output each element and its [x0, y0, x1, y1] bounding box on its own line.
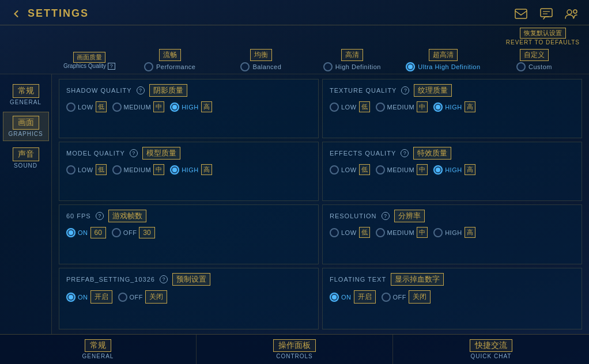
friends-icon[interactable]	[564, 6, 580, 22]
prefab-off-value: 关闭	[145, 290, 167, 304]
bottom-quickchat-cn: 快捷交流	[470, 339, 512, 352]
header-icons	[513, 6, 580, 22]
revert-chinese-label: 恢复默认设置	[520, 28, 566, 39]
preset-performance[interactable]: 流畅 Performance	[124, 49, 216, 71]
effects-medium-cn: 中	[417, 164, 428, 175]
res-high-cn: 高	[465, 227, 475, 238]
effects-low-cn: 低	[359, 164, 370, 175]
shadow-low[interactable]: LOW 低	[66, 101, 107, 112]
floating-off[interactable]: OFF 关闭	[382, 290, 431, 304]
texture-low-radio[interactable]	[330, 103, 339, 112]
svg-rect-0	[515, 9, 527, 18]
preset-high-cn: 高清	[341, 49, 363, 61]
res-low[interactable]: LOW 低	[330, 227, 370, 238]
effects-quality-info[interactable]: ?	[401, 149, 409, 157]
header-left: SETTINGS	[9, 7, 89, 21]
effects-high-radio[interactable]	[433, 165, 443, 175]
model-high[interactable]: HIGH 高	[170, 164, 212, 175]
preset-balanced-radio[interactable]	[240, 62, 250, 71]
prefab-off-label: OFF	[130, 294, 144, 301]
model-low-en: LOW	[78, 166, 93, 173]
prefab-on[interactable]: ON 开启	[66, 290, 112, 304]
fps-on[interactable]: ON 60	[66, 227, 106, 238]
preset-custom[interactable]: 自定义 Custom	[489, 49, 580, 71]
model-low[interactable]: LOW 低	[66, 164, 107, 175]
res-medium-radio[interactable]	[376, 228, 385, 237]
texture-high-radio[interactable]	[433, 103, 443, 112]
shadow-medium-radio[interactable]	[112, 103, 122, 112]
floating-text-header: FLOATING TEXT 显示掉血数字	[330, 273, 575, 286]
bottom-controls-cn: 操作面板	[273, 339, 316, 352]
effects-high[interactable]: HIGH 高	[433, 164, 475, 175]
sidebar-item-general[interactable]: 常规 GENERAL	[3, 80, 49, 109]
prefab-off-radio[interactable]	[118, 293, 127, 302]
sidebar-graphics-cn: 画面	[13, 116, 39, 130]
fps-off[interactable]: OFF 30	[112, 227, 155, 238]
preset-balanced[interactable]: 均衡 Balanced	[216, 49, 307, 71]
model-quality-info[interactable]: ?	[130, 149, 138, 157]
effects-low-radio[interactable]	[330, 165, 339, 175]
prefab-on-radio[interactable]	[66, 293, 75, 302]
floating-on-radio[interactable]	[330, 293, 339, 302]
shadow-high-cn: 高	[201, 101, 212, 112]
prefab-off[interactable]: OFF 关闭	[118, 290, 168, 304]
sidebar-item-graphics[interactable]: 画面 GRAPHICS	[3, 112, 49, 141]
res-high[interactable]: HIGH 高	[433, 227, 475, 238]
texture-low-en: LOW	[341, 104, 357, 111]
sidebar-item-sound[interactable]: 声音 SOUND	[3, 143, 49, 173]
preset-ultra-radio[interactable]	[406, 62, 415, 71]
back-button[interactable]	[9, 7, 23, 21]
shadow-low-radio[interactable]	[66, 103, 75, 112]
fps-on-radio[interactable]	[66, 228, 75, 237]
texture-quality-info[interactable]: ?	[401, 86, 409, 94]
shadow-quality-info[interactable]: ?	[137, 86, 145, 94]
shadow-quality-options: LOW 低 MEDIUM 中 HIGH 高	[66, 101, 311, 112]
preset-high[interactable]: 高清 High Definition	[307, 49, 398, 71]
texture-medium-radio[interactable]	[376, 103, 385, 112]
preset-high-radio[interactable]	[323, 62, 333, 71]
settings-content: SHADOW QUALITY ? 阴影质量 LOW 低 MEDIUM	[52, 74, 589, 334]
sidebar-general-cn: 常规	[13, 84, 39, 98]
texture-high[interactable]: HIGH 高	[433, 101, 475, 112]
fps-info[interactable]: ?	[96, 212, 104, 220]
model-medium-radio[interactable]	[112, 165, 122, 175]
model-medium[interactable]: MEDIUM 中	[112, 164, 165, 175]
texture-quality-section: TEXTURE QUALITY ? 纹理质量 LOW 低 MEDIUM	[322, 79, 582, 138]
svg-point-4	[567, 10, 572, 14]
res-high-radio[interactable]	[433, 228, 443, 237]
preset-custom-radio[interactable]	[516, 62, 526, 71]
sidebar-sound-en: SOUND	[14, 162, 37, 169]
revert-button[interactable]: 恢复默认设置 REVERT TO DEFAULTS	[506, 28, 580, 46]
model-medium-cn: 中	[153, 164, 164, 175]
res-low-radio[interactable]	[330, 228, 339, 237]
res-medium-en: MEDIUM	[387, 229, 415, 236]
shadow-high[interactable]: HIGH 高	[170, 101, 212, 112]
model-quality-title-cn: 模型质量	[142, 147, 180, 160]
floating-on[interactable]: ON 开启	[330, 290, 376, 304]
mail-icon[interactable]	[513, 6, 529, 22]
effects-low[interactable]: LOW 低	[330, 164, 370, 175]
preset-performance-radio[interactable]	[144, 62, 153, 71]
model-high-radio[interactable]	[170, 165, 179, 175]
effects-medium[interactable]: MEDIUM 中	[376, 164, 428, 175]
resolution-title-cn: 分辨率	[394, 210, 425, 222]
bottom-tab-quickchat[interactable]: 快捷交流 QUICK CHAT	[393, 335, 589, 364]
resolution-info[interactable]: ?	[382, 212, 390, 220]
bottom-tab-general[interactable]: 常规 GENERAL	[0, 335, 197, 364]
model-low-radio[interactable]	[66, 165, 75, 175]
shadow-low-cn: 低	[96, 101, 107, 112]
texture-medium[interactable]: MEDIUM 中	[376, 101, 428, 112]
bottom-tab-controls[interactable]: 操作面板 CONTROLS	[197, 335, 393, 364]
fps-off-radio[interactable]	[112, 228, 121, 237]
res-medium[interactable]: MEDIUM 中	[376, 227, 428, 238]
floating-off-label: OFF	[393, 294, 407, 301]
shadow-medium[interactable]: MEDIUM 中	[112, 101, 165, 112]
effects-medium-radio[interactable]	[376, 165, 385, 175]
preset-ultra[interactable]: 超高清 Ultra High Definition	[398, 49, 489, 71]
floating-off-radio[interactable]	[382, 293, 391, 302]
texture-low[interactable]: LOW 低	[330, 101, 370, 112]
floating-text-section: FLOATING TEXT 显示掉血数字 ON 开启 OFF 关闭	[322, 268, 582, 329]
prefab-info[interactable]: ?	[160, 275, 168, 283]
shadow-high-radio[interactable]	[170, 103, 179, 112]
chat-icon[interactable]	[538, 6, 554, 22]
